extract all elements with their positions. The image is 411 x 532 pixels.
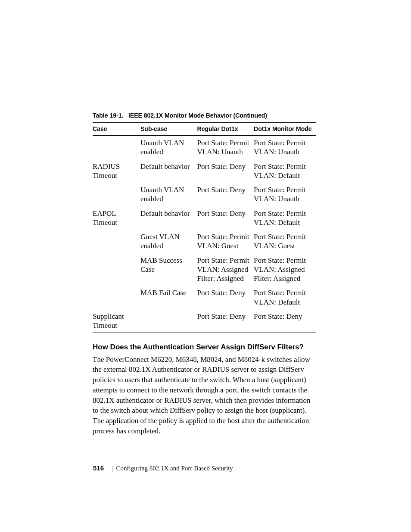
cell-regular: Port State: Deny bbox=[197, 206, 254, 230]
cell-case bbox=[93, 286, 140, 309]
table-row: Guest VLAN enabled Port State: PermitVLA… bbox=[93, 230, 316, 253]
cell-subcase bbox=[140, 309, 197, 333]
table-row: MAB Success Case Port State: PermitVLAN:… bbox=[93, 253, 316, 286]
cell-regular: Port State: PermitVLAN: Guest bbox=[197, 230, 254, 253]
cell-case bbox=[93, 183, 140, 206]
cell-monitor: Port State: PermitVLAN: Unauth bbox=[254, 183, 316, 206]
cell-subcase: MAB Success Case bbox=[140, 253, 197, 286]
cell-subcase: Unauth VLAN enabled bbox=[140, 136, 197, 159]
cell-monitor: Port State: PermitVLAN: Guest bbox=[254, 230, 316, 253]
body-paragraph: The PowerConnect M6220, M6348, M8024, an… bbox=[93, 355, 316, 436]
cell-case bbox=[93, 230, 140, 253]
th-regular: Regular Dot1x bbox=[197, 122, 254, 136]
cell-regular: Port State: PermitVLAN: AssignedFilter: … bbox=[197, 253, 254, 286]
table-row: EAPOL Timeout Default behavior Port Stat… bbox=[93, 206, 316, 230]
table-caption: Table 19-1. IEEE 802.1X Monitor Mode Beh… bbox=[93, 112, 316, 120]
th-case: Case bbox=[93, 122, 140, 136]
table-row: Unauth VLAN enabled Port State: Deny Por… bbox=[93, 183, 316, 206]
page-footer: 516 | Configuring 802.1X and Port-Based … bbox=[93, 464, 233, 473]
section-heading: How Does the Authentication Server Assig… bbox=[93, 342, 316, 352]
table-row: RADIUS Timeout Default behavior Port Sta… bbox=[93, 159, 316, 183]
cell-monitor: Port State: PermitVLAN: Default bbox=[254, 206, 316, 230]
footer-divider: | bbox=[112, 465, 113, 472]
cell-regular: Port State: Deny bbox=[197, 309, 254, 333]
th-monitor: Dot1x Monitor Mode bbox=[254, 122, 316, 136]
cell-subcase: Unauth VLAN enabled bbox=[140, 183, 197, 206]
cell-monitor: Port State: PermitVLAN: Default bbox=[254, 159, 316, 183]
cell-case: Supplicant Timeout bbox=[93, 309, 140, 333]
th-subcase: Sub-case bbox=[140, 122, 197, 136]
table-label: Table 19-1. bbox=[93, 112, 123, 119]
cell-regular: Port State: Deny bbox=[197, 286, 254, 309]
table-body: Unauth VLAN enabled Port State: PermitVL… bbox=[93, 136, 316, 333]
footer-text: | Configuring 802.1X and Port-Based Secu… bbox=[112, 464, 233, 473]
cell-case bbox=[93, 253, 140, 286]
cell-subcase: Default behavior bbox=[140, 206, 197, 230]
cell-subcase: Guest VLAN enabled bbox=[140, 230, 197, 253]
cell-case: RADIUS Timeout bbox=[93, 159, 140, 183]
cell-case: EAPOL Timeout bbox=[93, 206, 140, 230]
page-content: Table 19-1. IEEE 802.1X Monitor Mode Beh… bbox=[93, 112, 316, 436]
cell-monitor: Port State: Deny bbox=[254, 309, 316, 333]
cell-subcase: MAB Fail Case bbox=[140, 286, 197, 309]
cell-monitor: Port State: PermitVLAN: AssignedFilter: … bbox=[254, 253, 316, 286]
cell-regular: Port State: Deny bbox=[197, 159, 254, 183]
table-row: Unauth VLAN enabled Port State: PermitVL… bbox=[93, 136, 316, 159]
table-row: MAB Fail Case Port State: Deny Port Stat… bbox=[93, 286, 316, 309]
behavior-table: Case Sub-case Regular Dot1x Dot1x Monito… bbox=[93, 122, 316, 333]
cell-regular: Port State: PermitVLAN: Unauth bbox=[197, 136, 254, 159]
cell-case bbox=[93, 136, 140, 159]
cell-subcase: Default behavior bbox=[140, 159, 197, 183]
cell-regular: Port State: Deny bbox=[197, 183, 254, 206]
cell-monitor: Port State: PermitVLAN: Unauth bbox=[254, 136, 316, 159]
table-header-row: Case Sub-case Regular Dot1x Dot1x Monito… bbox=[93, 122, 316, 136]
cell-monitor: Port State: PermitVLAN: Default bbox=[254, 286, 316, 309]
table-title: IEEE 802.1X Monitor Mode Behavior (Conti… bbox=[128, 112, 267, 119]
chapter-title: Configuring 802.1X and Port-Based Securi… bbox=[116, 465, 233, 472]
table-row: Supplicant Timeout Port State: Deny Port… bbox=[93, 309, 316, 333]
page-number: 516 bbox=[93, 464, 104, 473]
